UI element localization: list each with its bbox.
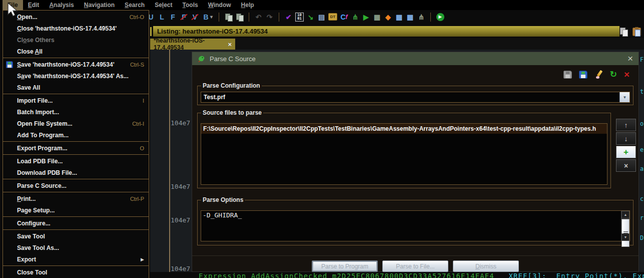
- menu-item-save-all[interactable]: Save All: [3, 82, 149, 93]
- program-tab[interactable]: *hearthstone-iOS-17.4.49534 ×: [150, 39, 235, 50]
- menu-accelerator: Ctrl-O: [130, 14, 144, 20]
- run-script-icon[interactable]: ▶: [362, 13, 370, 22]
- refresh-config-icon[interactable]: ↻: [610, 71, 617, 79]
- menu-item-page-setup[interactable]: Page Setup...: [3, 204, 149, 216]
- menu-item-save-tool[interactable]: Save Tool: [3, 230, 149, 242]
- listing-header[interactable]: Listing: hearthstone-iOS-17.4.49534: [153, 26, 619, 37]
- paste-pages-icon[interactable]: [235, 13, 244, 22]
- parse-options-textarea[interactable]: -D_GHIDRA_ ▲ ▼: [201, 210, 630, 241]
- menu-item-label: Configure...: [17, 220, 138, 227]
- menu-item-import-file[interactable]: Import File...I: [3, 95, 149, 106]
- format-variable-off-icon[interactable]: V: [191, 13, 199, 22]
- menu-accelerator: I: [143, 98, 144, 104]
- listing-left-border: [169, 50, 170, 272]
- snapshot-icon[interactable]: [619, 28, 628, 36]
- toolbar-separator: [279, 13, 279, 22]
- delete-config-icon[interactable]: ×: [624, 71, 629, 79]
- data-type-manager-icon[interactable]: DT: [328, 13, 337, 21]
- memory-map-icon[interactable]: ▤: [317, 13, 326, 22]
- menu-item-open[interactable]: Open...Ctrl-O: [3, 11, 149, 23]
- menu-item-add-to-program[interactable]: Add To Program...: [3, 129, 149, 141]
- menubar-help[interactable]: Help: [236, 0, 259, 10]
- clone-window-icon[interactable]: [632, 28, 641, 36]
- redo-icon[interactable]: ↷: [265, 13, 274, 22]
- menubar-navigation[interactable]: Navigation: [79, 0, 120, 10]
- menu-item-parse-c-source[interactable]: Parse C Source...: [3, 180, 149, 191]
- menu-item-batch-import[interactable]: Batch Import...: [3, 106, 149, 118]
- format-dropdown-caret-icon[interactable]: ▾: [209, 13, 214, 22]
- xref-targets: Entry Point(*), Expressio: [556, 272, 644, 278]
- parse-to-file-button[interactable]: Parse to File...: [382, 260, 448, 272]
- edit-config-icon[interactable]: [594, 71, 603, 79]
- source-files-list[interactable]: F:\Source\Repos\Il2CppInspector\Il2CppTe…: [201, 123, 607, 185]
- remove-file-button[interactable]: ×: [616, 159, 636, 172]
- move-file-down-button[interactable]: ↓: [616, 132, 636, 145]
- scroll-up-icon[interactable]: ▲: [621, 211, 629, 218]
- menu-item-label: Open...: [17, 14, 124, 21]
- undo-icon[interactable]: ↶: [254, 13, 263, 22]
- menu-item-label: Close 'hearthstone-iOS-17.4.49534': [17, 25, 138, 32]
- menu-item-save-tool-as[interactable]: Save Tool As...: [3, 242, 149, 253]
- binary-bytes-icon[interactable]: 1001: [295, 13, 304, 22]
- save-config-icon[interactable]: [563, 71, 572, 79]
- options-scrollbar[interactable]: ▲ ▼: [621, 211, 629, 241]
- play-circle-icon[interactable]: ▶: [436, 13, 444, 22]
- menu-item-configure[interactable]: Configure...: [3, 217, 149, 229]
- menubar-edit[interactable]: Edit: [23, 0, 45, 10]
- menu-item-save-hearthstone-ios-17-4-49534[interactable]: Save 'hearthstone-iOS-17.4.49534'Ctrl-S: [3, 59, 149, 70]
- save-config-as-icon[interactable]: [579, 71, 587, 79]
- import-arrow-icon[interactable]: ↘: [306, 13, 315, 22]
- listing-code-line: Expression_AddAssignChecked_m2D25EC80678…: [150, 272, 644, 278]
- parse-to-program-button[interactable]: Parse to Program: [312, 260, 378, 272]
- scroll-down-icon[interactable]: ▼: [621, 233, 629, 241]
- menu-item-load-pdb-file[interactable]: Load PDB File...: [3, 155, 149, 167]
- diamond-icon[interactable]: ◆: [384, 13, 392, 22]
- menu-item-close-tool[interactable]: Close Tool: [3, 266, 149, 278]
- menu-item-label: Save 'hearthstone-iOS-17.4.49534' As...: [17, 73, 138, 80]
- menu-item-export-program[interactable]: Export Program...O: [3, 142, 149, 154]
- symbol-tree-icon[interactable]: ⋔: [351, 13, 359, 22]
- source-files-group: Source files to parse F:\Source\Repos\Il…: [197, 109, 611, 188]
- format-function-icon[interactable]: F: [169, 13, 177, 22]
- menu-item-close-hearthstone-ios-17-4-49534[interactable]: Close 'hearthstone-iOS-17.4.49534': [3, 23, 149, 34]
- menu-item-download-pdb-file[interactable]: Download PDB File...: [3, 167, 149, 178]
- c-function-icon[interactable]: Cf: [340, 13, 348, 22]
- menu-item-export[interactable]: Export▶: [3, 253, 149, 265]
- configuration-combobox[interactable]: Test.prf ▼: [201, 92, 630, 103]
- format-function-off-icon[interactable]: F: [180, 13, 188, 22]
- format-label-icon[interactable]: L: [158, 13, 166, 22]
- dialog-close-icon[interactable]: ×: [627, 54, 633, 63]
- menu-item-print[interactable]: Print...Ctrl-P: [3, 193, 149, 204]
- dismiss-button[interactable]: Dismiss: [453, 260, 519, 272]
- menubar-search[interactable]: Search: [120, 0, 150, 10]
- symbol-table-icon[interactable]: ▦: [395, 13, 403, 22]
- ghidra-dragon-icon: [198, 55, 206, 63]
- validate-check-icon[interactable]: ✔: [284, 13, 293, 22]
- dialog-title-bar[interactable]: Parse C Source ×: [192, 52, 638, 65]
- menubar-analysis[interactable]: Analysis: [44, 0, 79, 10]
- add-file-button[interactable]: +: [616, 146, 636, 158]
- menu-item-label: Open File System...: [17, 120, 126, 127]
- menu-item-save-hearthstone-ios-17-4-49534-as[interactable]: Save 'hearthstone-iOS-17.4.49534' As...: [3, 70, 149, 82]
- menubar-window[interactable]: Window: [203, 0, 236, 10]
- move-file-up-button[interactable]: ↑: [616, 119, 636, 131]
- menu-item-label: Download PDB File...: [17, 169, 138, 176]
- menu-group: Load PDB File...Download PDB File...: [3, 155, 149, 179]
- memory-chip-icon[interactable]: ▦: [373, 13, 381, 22]
- tab-close-icon[interactable]: ×: [228, 41, 232, 48]
- menu-item-open-file-system[interactable]: Open File System...Ctrl-I: [3, 118, 149, 129]
- menu-item-label: Close Others: [17, 37, 138, 44]
- symbol-references-icon[interactable]: ▦: [406, 13, 414, 22]
- menu-item-close-all[interactable]: Close All: [3, 46, 149, 57]
- menubar-tools[interactable]: Tools: [178, 0, 203, 10]
- menu-icon-slot: [6, 169, 17, 177]
- menu-item-close-others[interactable]: Close Others: [3, 34, 149, 46]
- function-graph-icon[interactable]: ⋔: [417, 13, 425, 22]
- menu-item-label: Close Tool: [17, 269, 138, 276]
- copy-pages-icon[interactable]: [224, 13, 233, 22]
- menubar-select[interactable]: Select: [150, 0, 177, 10]
- combobox-caret-icon[interactable]: ▼: [619, 92, 629, 102]
- scrollbar-thumb[interactable]: [621, 219, 629, 247]
- menu-item-label: Page Setup...: [17, 207, 138, 214]
- source-file-row[interactable]: F:\Source\Repos\Il2CppInspector\Il2CppTe…: [201, 124, 607, 134]
